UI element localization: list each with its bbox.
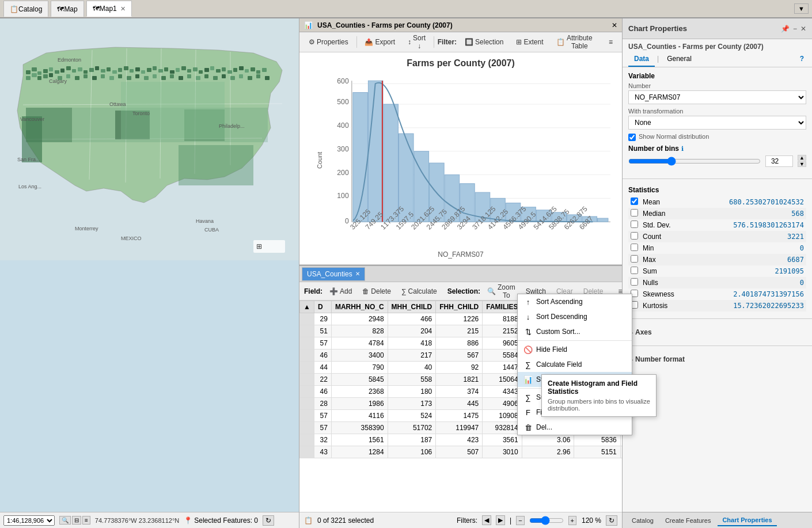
tab-map1-close[interactable]: ✕	[120, 5, 126, 13]
calculate-icon: ∑	[401, 287, 407, 295]
svg-rect-65	[135, 74, 139, 78]
chart-window-close[interactable]: ✕	[612, 21, 617, 29]
tooltip-title: Create Histogram and Field Statistics	[548, 379, 650, 396]
sort-button[interactable]: ↕ Sort ↓	[403, 32, 430, 52]
bins-slider[interactable]	[628, 157, 761, 166]
svg-rect-23	[107, 67, 111, 71]
axes-collapse-header[interactable]: ▶ Axes	[628, 326, 806, 339]
col-header-d[interactable]: D	[314, 301, 331, 313]
zoom-in-button[interactable]: 🔍	[59, 516, 71, 525]
filter-next[interactable]: ▶	[496, 515, 505, 525]
number-select[interactable]: NO_FARMS07	[628, 90, 806, 104]
ctx-hide-field[interactable]: 🚫 Hide Field	[518, 342, 632, 357]
zoom-to-button[interactable]: 🔍 Zoom To	[484, 283, 519, 300]
cell: 29	[314, 313, 331, 325]
tab-catalog[interactable]: 📋 Catalog	[3, 1, 48, 17]
ctx-sort-ascending[interactable]: ↑ Sort Ascending	[518, 294, 632, 309]
panel-tab-data[interactable]: Data	[628, 52, 655, 67]
bottom-tab-create-features[interactable]: Create Features	[661, 515, 715, 526]
svg-rect-26	[124, 66, 128, 70]
svg-rect-59	[84, 74, 88, 78]
coords-display: 74.7738376°W 23.2368112°N	[95, 517, 179, 524]
attribute-table-icon: 📋	[556, 38, 565, 46]
properties-button[interactable]: ⚙ Properties	[304, 36, 353, 48]
number-format-collapse-header[interactable]: ▶ Number format	[628, 353, 806, 366]
stat-row: Nulls0	[628, 277, 806, 288]
cell: 46	[314, 350, 331, 362]
bins-up[interactable]: ▲	[798, 155, 806, 161]
svg-rect-73	[204, 74, 208, 78]
bottom-tab-chart-properties[interactable]: Chart Properties	[718, 515, 776, 526]
ctx-delete[interactable]: 🗑 Del...	[518, 420, 632, 435]
zoom-slider[interactable]	[529, 516, 564, 525]
svg-rect-50	[262, 68, 267, 72]
zoom-out-button[interactable]: ⊟	[72, 516, 81, 525]
export-button[interactable]: 📤 Export	[360, 36, 400, 48]
add-field-button[interactable]: ➕ Add	[326, 287, 355, 296]
svg-rect-12	[43, 69, 48, 73]
svg-rect-66	[144, 76, 149, 80]
pin-icon: 📍	[184, 516, 192, 525]
panel-pin-icon[interactable]: 📌	[781, 25, 790, 33]
map1-icon: 🗺	[93, 5, 100, 13]
table-row[interactable]: 43128410650730102.9651516763222125319030…	[300, 446, 623, 458]
panel-minus-icon[interactable]: −	[793, 25, 797, 33]
transform-select[interactable]: None	[628, 116, 806, 130]
stat-row: Count3221	[628, 231, 806, 242]
usa-counties-tab-close[interactable]: ✕	[355, 271, 360, 277]
tab-map[interactable]: 🗺 Map	[51, 1, 84, 17]
bins-down[interactable]: ▼	[798, 161, 806, 167]
zoom-minus[interactable]: −	[516, 516, 524, 525]
calculate-button[interactable]: ∑ Calculate	[398, 287, 441, 296]
svg-text:Los Ang...: Los Ang...	[18, 184, 41, 189]
statistics-label: Statistics	[628, 186, 806, 194]
selection-button[interactable]: 🔲 Selection	[460, 36, 508, 48]
col-header-families[interactable]: FAMILIES	[483, 301, 522, 313]
show-normal-checkbox[interactable]	[628, 134, 636, 141]
cell: 423	[436, 434, 483, 446]
panel-help-icon[interactable]: ?	[798, 52, 806, 67]
scale-selector[interactable]: 1:46,128,906	[3, 515, 55, 526]
stats-table: Mean680.25302701024532Median568Std. Dev.…	[628, 196, 806, 312]
axes-section: ▶ Axes	[623, 321, 812, 343]
stat-row: Median568	[628, 208, 806, 219]
bins-info-icon[interactable]: ℹ	[681, 145, 684, 153]
panel-dropdown[interactable]: ▼	[794, 3, 809, 14]
cell: 1475	[436, 410, 483, 422]
tab-map1[interactable]: 🗺 Map1 ✕	[86, 1, 132, 17]
attribute-table-button[interactable]: 📋 Attribute Table	[552, 32, 597, 52]
col-header-fhh[interactable]: FHH_CHILD	[436, 301, 483, 313]
col-header-marhh[interactable]: MARHH_NO_C	[331, 301, 388, 313]
field-icon: F	[523, 408, 533, 417]
ctx-custom-sort[interactable]: ⇅ Custom Sort...	[518, 324, 632, 339]
filter-prev[interactable]: ◀	[482, 515, 491, 525]
svg-rect-29	[141, 70, 145, 74]
extent-button[interactable]: ⊞ Extent	[511, 36, 548, 48]
svg-rect-69	[170, 74, 174, 78]
bottom-tab-catalog[interactable]: Catalog	[627, 515, 658, 526]
col-header-rownum: ▲	[300, 301, 314, 313]
col-header-mhh[interactable]: MHH_CHILD	[388, 301, 436, 313]
number-format-label: Number format	[635, 355, 685, 363]
map-options[interactable]: ≡	[82, 516, 90, 525]
delete-field-button[interactable]: 🗑 Delete	[359, 287, 394, 296]
svg-rect-10	[32, 67, 37, 71]
panel-tab-general[interactable]: General	[661, 52, 697, 67]
refresh-button[interactable]: ↻	[263, 515, 274, 526]
refresh-table[interactable]: ↻	[606, 515, 617, 526]
cell: 173	[388, 398, 436, 410]
cell: 3.06	[522, 434, 574, 446]
ctx-calculate-field[interactable]: ∑ Calculate Field	[518, 357, 632, 372]
table-row[interactable]: 32156118742335613.0658365663826144443340…	[300, 434, 623, 446]
chart-window-titlebar: 📊 USA_Counties - Farms per County (2007)…	[299, 18, 622, 32]
zoom-plus[interactable]: +	[568, 516, 576, 525]
bins-input[interactable]	[765, 155, 793, 167]
usa-counties-tab[interactable]: USA_Counties ✕	[302, 267, 365, 281]
panel-close-icon[interactable]: ✕	[800, 25, 806, 33]
chart-options-button[interactable]: ≡	[604, 36, 617, 48]
ctx-sort-descending[interactable]: ↓ Sort Descending	[518, 309, 632, 324]
svg-rect-17	[72, 69, 76, 73]
svg-rect-48	[251, 67, 255, 71]
svg-rect-14	[55, 70, 59, 74]
sum-icon: ∑	[523, 393, 533, 402]
